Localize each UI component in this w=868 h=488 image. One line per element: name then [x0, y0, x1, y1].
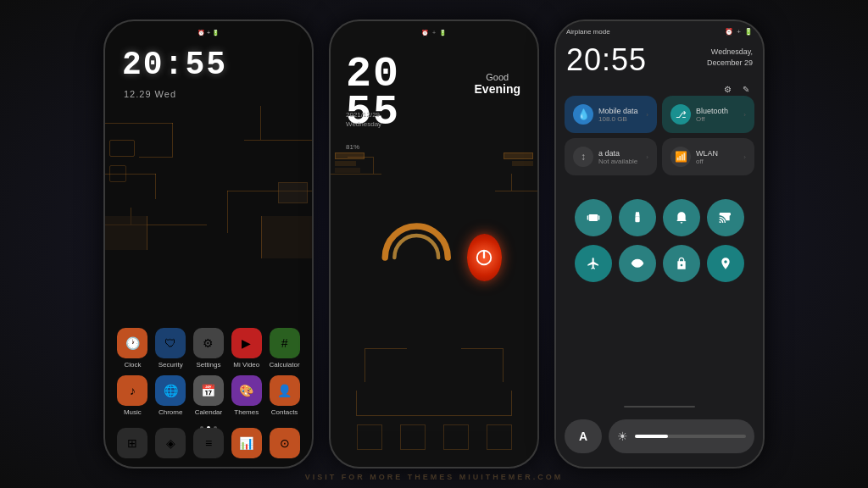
phone-2: ⏰ + 🔋 20 55 Good Evening 2021/12/29 — [329, 19, 539, 469]
dock-icon-5[interactable]: ⊙ — [270, 428, 300, 458]
adata-title: a data — [598, 149, 641, 158]
status-icons: ⏰ + 🔋 — [198, 30, 220, 36]
app-label-contacts: Contacts — [271, 408, 298, 416]
cast-icon — [719, 211, 732, 225]
bluetooth-title: Bluetooth — [696, 107, 738, 115]
mobile-data-text: Mobile data 108.0 GB — [598, 107, 641, 123]
wlan-text: WLAN off — [696, 149, 738, 165]
bluetooth-arrow: › — [743, 111, 746, 119]
app-contacts[interactable]: 👤 Contacts — [266, 375, 303, 416]
airplane-btn[interactable] — [575, 245, 612, 282]
app-label-chrome: Chrome — [159, 408, 182, 416]
battery-icon: 🔋 — [744, 28, 753, 36]
app-label-themes: Themes — [234, 408, 259, 416]
dock-icon-1[interactable]: ⊞ — [117, 428, 147, 458]
brightness-icon: ☀ — [617, 430, 628, 443]
lock-btn[interactable] — [663, 245, 700, 282]
bottom-dock: ⊞ ◈ ≡ 📊 ⊙ — [114, 428, 303, 458]
app-settings[interactable]: ⚙ Settings — [190, 328, 227, 369]
privacy-icon — [631, 257, 644, 270]
circuit-line — [331, 174, 381, 175]
circuit-line — [155, 174, 156, 199]
circuit-line — [227, 191, 228, 233]
app-label-clock: Clock — [124, 361, 141, 369]
app-calendar[interactable]: 📅 Calendar — [190, 375, 227, 416]
circuit-line — [172, 123, 173, 157]
svg-rect-2 — [589, 214, 598, 221]
phone2-good: Good — [475, 72, 520, 82]
location-btn[interactable] — [707, 245, 744, 282]
mobile-data-arrow: › — [646, 111, 648, 119]
wlan-arrow: › — [743, 153, 746, 161]
app-icon-music: ♪ — [117, 375, 147, 406]
power-icon — [475, 248, 493, 267]
circuit-line — [373, 157, 374, 174]
phone1-time: 20:55 — [122, 47, 227, 83]
app-icon-calendar: 📅 — [193, 375, 224, 406]
bluetooth-icon: ⎇ — [670, 104, 691, 125]
deco-bar — [335, 168, 360, 173]
deco-bar — [335, 161, 356, 166]
app-label-music: Music — [124, 408, 142, 416]
vibrate-btn[interactable] — [575, 199, 612, 236]
privacy-btn[interactable] — [619, 245, 656, 282]
phone2-greeting: Good Evening — [475, 72, 520, 96]
mobile-data-tile[interactable]: 💧 Mobile data 108.0 GB › — [565, 96, 657, 133]
app-clock[interactable]: 🕐 Clock — [114, 328, 151, 369]
app-icon-security: 🛡 — [155, 328, 186, 358]
app-label-calculator: Calculator — [270, 361, 300, 369]
dock-icon-4[interactable]: 📊 — [231, 428, 262, 458]
svg-rect-6 — [635, 217, 639, 223]
control-tiles: 💧 Mobile data 108.0 GB › ⎇ Bluetooth — [565, 96, 754, 175]
wlan-tile[interactable]: 📶 WLAN off › — [662, 138, 754, 175]
app-calculator[interactable]: # Calculator — [266, 328, 303, 369]
circuit-line — [139, 157, 173, 158]
adata-tile[interactable]: ↕ a data Not available › — [565, 138, 657, 175]
circuit-bottom — [339, 348, 529, 416]
wlan-icon: 📶 — [670, 147, 691, 167]
phone-3: Airplane mode ⏰ + 🔋 20:55 Wednesday, Dec… — [554, 19, 765, 469]
bluetooth-text: Bluetooth Off — [696, 107, 738, 123]
app-security[interactable]: 🛡 Security — [152, 328, 189, 369]
bluetooth-tile[interactable]: ⎇ Bluetooth Off › — [662, 96, 754, 133]
flashlight-btn[interactable] — [619, 199, 656, 236]
phone1-date: 12.29 Wed — [124, 89, 176, 99]
circuit-box — [261, 216, 312, 258]
ctrl-buttons-row1 — [565, 199, 754, 236]
cast-btn[interactable] — [707, 199, 744, 236]
phone3-date-line2: December 29 — [707, 58, 753, 69]
airplane-mode-label: Airplane mode — [566, 28, 610, 36]
bottom-controls: A ☀ — [565, 419, 754, 453]
app-icon-chrome: 🌐 — [155, 375, 186, 406]
phone3-time: 20:55 — [566, 42, 647, 78]
dock-icon-2[interactable]: ◈ — [155, 428, 186, 458]
power-button[interactable] — [467, 234, 502, 281]
app-mivideo[interactable]: ▶ Mi Video — [228, 328, 265, 369]
app-label-mivideo: Mi Video — [233, 361, 259, 369]
bottom-circuit-squares — [348, 424, 520, 450]
circuit-line — [105, 123, 173, 124]
phone3-date: Wednesday, December 29 — [707, 47, 753, 68]
deco-bar — [335, 152, 364, 159]
phone2-day: Wednesday — [346, 119, 381, 129]
phones-container: ⏰ + 🔋 20:55 12.29 Wed 🕐 Clock 🛡 — [0, 0, 868, 488]
app-themes[interactable]: 🎨 Themes — [228, 375, 265, 416]
phone1-background: ⏰ + 🔋 20:55 12.29 Wed 🕐 Clock 🛡 — [105, 21, 312, 467]
auto-btn[interactable]: A — [565, 419, 602, 453]
app-chrome[interactable]: 🌐 Chrome — [152, 375, 189, 416]
brightness-track — [635, 435, 746, 438]
phone-1-screen: ⏰ + 🔋 20:55 12.29 Wed 🕐 Clock 🛡 — [105, 21, 312, 467]
mobile-data-value: 108.0 GB — [598, 115, 641, 123]
phone3-background: Airplane mode ⏰ + 🔋 20:55 Wednesday, Dec… — [556, 21, 763, 467]
circuit-box — [109, 165, 126, 182]
settings-icon[interactable]: ⚙ — [721, 82, 734, 96]
vibrate-icon — [587, 211, 600, 225]
app-music[interactable]: ♪ Music — [114, 375, 151, 416]
phone2-battery-value: 81% — [346, 143, 359, 151]
dock-icon-3[interactable]: ≡ — [193, 428, 224, 458]
notification-btn[interactable] — [663, 199, 700, 236]
wlan-title: WLAN — [696, 149, 738, 158]
phone2-date: 2021/12/29 — [346, 110, 381, 119]
brightness-bar[interactable]: ☀ — [609, 419, 754, 453]
edit-icon[interactable]: ✎ — [739, 82, 753, 96]
